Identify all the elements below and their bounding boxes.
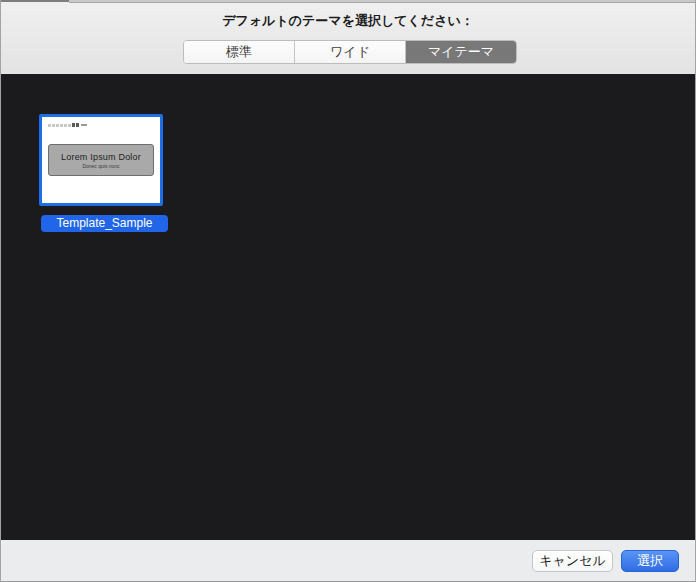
tab-standard[interactable]: 標準 — [184, 41, 295, 63]
theme-chooser-dialog: デフォルトのテーマを選択してください： 標準 ワイド マイテーマ Lorem I… — [0, 0, 696, 582]
slide-subheading-text: Donec quis nunc — [82, 163, 119, 169]
theme-name-label[interactable]: Template_Sample — [41, 215, 168, 232]
theme-gallery: Lorem Ipsum Dolor Donec quis nunc Templa… — [1, 74, 695, 541]
dialog-footer: キャンセル 選択 — [1, 540, 695, 581]
select-button[interactable]: 選択 — [621, 550, 679, 572]
dialog-title: デフォルトのテーマを選択してください： — [1, 12, 695, 30]
parent-window-edge-right — [69, 0, 696, 3]
tab-wide[interactable]: ワイド — [295, 41, 406, 63]
dialog-header: デフォルトのテーマを選択してください： 標準 ワイド マイテーマ — [1, 0, 695, 74]
slide-title-box: Lorem Ipsum Dolor Donec quis nunc — [48, 144, 154, 176]
theme-preview-slide: Lorem Ipsum Dolor Donec quis nunc — [42, 117, 160, 203]
slide-heading-text: Lorem Ipsum Dolor — [61, 152, 141, 162]
cancel-button[interactable]: キャンセル — [532, 550, 613, 572]
parent-window-edge-left — [1, 0, 69, 2]
tab-my-themes[interactable]: マイテーマ — [406, 41, 516, 63]
slide-logo-icon — [48, 123, 87, 127]
theme-size-segmented-control: 標準 ワイド マイテーマ — [183, 40, 517, 64]
theme-thumbnail-selected[interactable]: Lorem Ipsum Dolor Donec quis nunc — [39, 114, 163, 206]
